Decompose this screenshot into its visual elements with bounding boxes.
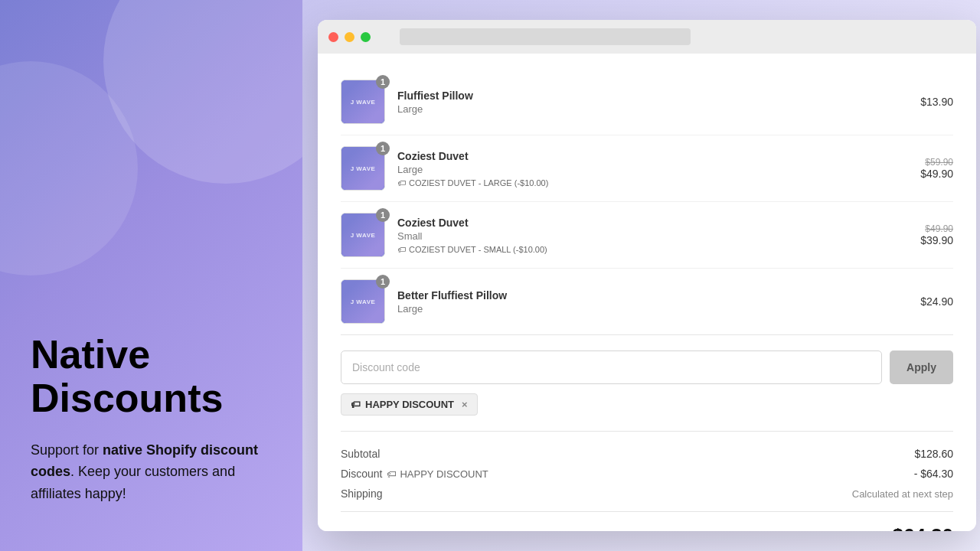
item-details: Coziest Duvet Large 🏷 COZIEST DUVET - LA… <box>385 150 920 187</box>
item-details: Coziest Duvet Small 🏷 COZIEST DUVET - SM… <box>385 217 920 254</box>
discount-dismiss-button[interactable]: × <box>462 399 468 410</box>
item-name: Better Fluffiest Pillow <box>397 289 908 302</box>
item-details: Fluffiest Pillow Large <box>385 90 920 115</box>
shipping-value: Calculated at next step <box>852 488 953 500</box>
discount-label-text: Discount <box>341 468 382 480</box>
subtotal-label: Subtotal <box>341 448 380 460</box>
grand-total-right: USD $64.30 <box>867 524 953 531</box>
item-price: $49.90 $39.90 <box>920 223 953 246</box>
applied-code-label: HAPPY DISCOUNT <box>365 399 454 410</box>
discount-badge-label: HAPPY DISCOUNT <box>400 468 488 480</box>
price-current: $49.90 <box>920 168 953 180</box>
discount-row: Discount 🏷 HAPPY DISCOUNT - $64.30 <box>341 464 953 484</box>
tag-icon: 🏷 <box>387 468 397 480</box>
traffic-light-green[interactable] <box>361 32 371 42</box>
item-details: Better Fluffiest Pillow Large <box>385 289 920 315</box>
traffic-light-red[interactable] <box>328 32 338 42</box>
browser-titlebar <box>318 20 976 54</box>
browser-window: J WAVE 1 Fluffiest Pillow Large $13.90 <box>318 20 976 531</box>
item-quantity-badge: 1 <box>376 275 390 289</box>
item-price: $13.90 <box>920 96 953 108</box>
discount-tag-label: COZIEST DUVET - LARGE (-$10.00) <box>409 178 548 187</box>
price-current: $13.90 <box>920 96 953 108</box>
item-variant: Large <box>397 103 908 115</box>
browser-addressbar <box>400 28 691 45</box>
shipping-label: Shipping <box>341 487 383 500</box>
tag-icon: 🏷 <box>397 178 406 187</box>
item-image-wrap: J WAVE 1 <box>341 213 385 257</box>
subtotal-value: $128.60 <box>914 448 953 460</box>
item-price: $24.90 <box>920 295 953 308</box>
price-original: $49.90 <box>920 223 953 234</box>
table-row: J WAVE 1 Better Fluffiest Pillow Large $… <box>341 269 953 334</box>
item-quantity-badge: 1 <box>376 208 390 222</box>
tag-icon: 🏷 <box>397 245 406 254</box>
table-row: J WAVE 1 Fluffiest Pillow Large $13.90 <box>341 69 953 135</box>
discount-badge: 🏷 HAPPY DISCOUNT <box>387 468 488 480</box>
tag-icon: 🏷 <box>351 399 361 410</box>
item-name: Coziest Duvet <box>397 217 908 229</box>
grand-total-row: Total USD $64.30 <box>341 511 953 531</box>
price-current: $39.90 <box>920 234 953 246</box>
item-variant: Large <box>397 303 908 315</box>
browser-content: J WAVE 1 Fluffiest Pillow Large $13.90 <box>318 54 976 531</box>
shipping-row: Shipping Calculated at next step <box>341 484 953 504</box>
discount-code-input[interactable] <box>341 350 882 384</box>
right-panel: J WAVE 1 Fluffiest Pillow Large $13.90 <box>302 0 980 551</box>
item-discount-tag: 🏷 COZIEST DUVET - LARGE (-$10.00) <box>397 178 908 187</box>
order-items: J WAVE 1 Fluffiest Pillow Large $13.90 <box>341 69 953 335</box>
item-price: $59.90 $49.90 <box>920 157 953 180</box>
item-quantity-badge: 1 <box>376 75 390 89</box>
item-name: Fluffiest Pillow <box>397 90 908 102</box>
item-image-wrap: J WAVE 1 <box>341 146 385 191</box>
grand-total-label: Total <box>341 530 367 532</box>
discount-tag-label: COZIEST DUVET - SMALL (-$10.00) <box>409 245 547 254</box>
left-panel: Native Discounts Support for native Shop… <box>0 0 302 551</box>
hero-title: Native Discounts <box>31 333 272 420</box>
table-row: J WAVE 1 Coziest Duvet Large 🏷 COZIEST D… <box>341 135 953 202</box>
item-variant: Large <box>397 164 908 175</box>
discount-section: Apply 🏷 HAPPY DISCOUNT × <box>341 350 953 416</box>
grand-total-amount: $64.30 <box>892 524 953 531</box>
item-image-wrap: J WAVE 1 <box>341 80 385 124</box>
hero-subtitle: Support for native Shopify discount code… <box>31 439 272 505</box>
totals-section: Subtotal $128.60 Discount 🏷 HAPPY DISCOU… <box>341 431 953 531</box>
discount-input-row: Apply <box>341 350 953 384</box>
item-name: Coziest Duvet <box>397 150 908 162</box>
discount-amount: - $64.30 <box>914 468 953 480</box>
applied-discount-tag: 🏷 HAPPY DISCOUNT × <box>341 393 478 416</box>
item-variant: Small <box>397 230 908 242</box>
price-current: $24.90 <box>920 295 953 308</box>
price-original: $59.90 <box>920 157 953 168</box>
traffic-light-yellow[interactable] <box>345 32 354 42</box>
item-quantity-badge: 1 <box>376 142 390 155</box>
subtotal-row: Subtotal $128.60 <box>341 444 953 464</box>
apply-discount-button[interactable]: Apply <box>890 350 953 384</box>
item-image-wrap: J WAVE 1 <box>341 279 385 324</box>
discount-label: Discount 🏷 HAPPY DISCOUNT <box>341 468 488 480</box>
table-row: J WAVE 1 Coziest Duvet Small 🏷 COZIEST D… <box>341 202 953 269</box>
item-discount-tag: 🏷 COZIEST DUVET - SMALL (-$10.00) <box>397 245 908 254</box>
